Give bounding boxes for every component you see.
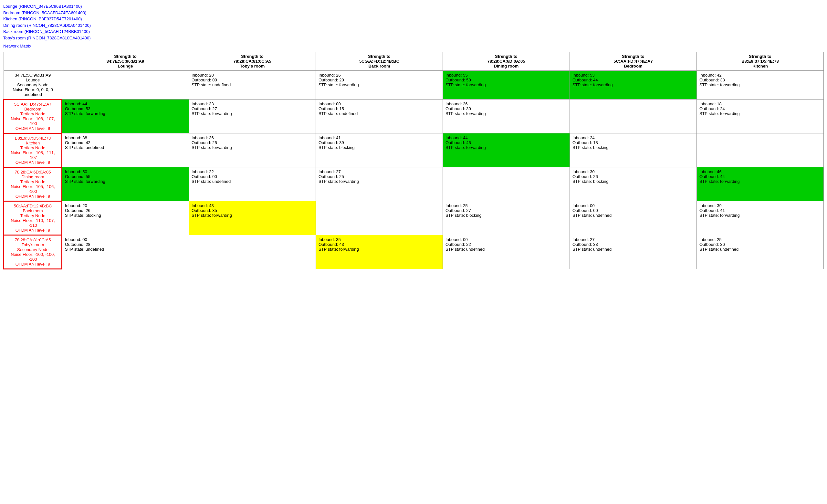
row-header: 78:28:CA:81:0C:A5Toby's roomSecondary No…	[4, 235, 62, 269]
data-cell: Inbound: 25Outbound: 27STP state: blocki…	[443, 201, 570, 235]
data-cell: Inbound: 24Outbound: 18STP state: blocki…	[570, 134, 697, 167]
data-cell: Inbound: 44Outbound: 53STP state: forwar…	[62, 100, 189, 134]
data-cell: Inbound: 27Outbound: 25STP state: forwar…	[316, 167, 443, 201]
nav-link[interactable]: Kitchen (RINCON_B8E937D54E7201400)	[3, 16, 824, 22]
table-row: 5C:AA:FD:47:4E:A7BedroomTertiary NodeNoi…	[4, 100, 824, 134]
data-cell	[316, 201, 443, 235]
data-cell: Inbound: 28Outbound: 00STP state: undefi…	[189, 71, 316, 100]
data-cell: Inbound: 20Outbound: 26STP state: blocki…	[62, 201, 189, 235]
network-matrix-table: Strength to34:7E:5C:96:B1:A9Lounge Stren…	[3, 52, 824, 269]
header-tobys: Strength to78:28:CA:81:0C:A5Toby's room	[189, 52, 316, 71]
data-cell	[697, 134, 824, 167]
data-cell: Inbound: 36Outbound: 25STP state: forwar…	[189, 134, 316, 167]
row-header: 78:28:CA:6D:0A:05Dining roomTertiary Nod…	[4, 167, 62, 201]
data-cell: Inbound: 44Outbound: 46STP state: forwar…	[443, 134, 570, 167]
nav-link[interactable]: Dining room (RINCON_7828CA6D0A0401400)	[3, 22, 824, 29]
data-cell: Inbound: 22Outbound: 00STP state: undefi…	[189, 167, 316, 201]
data-cell: Inbound: 46Outbound: 44STP state: forwar…	[697, 167, 824, 201]
network-matrix-link[interactable]: Network Matrix	[3, 44, 824, 48]
data-cell: Inbound: 00Outbound: 00STP state: undefi…	[570, 201, 697, 235]
data-cell: Inbound: 38Outbound: 42STP state: undefi…	[62, 134, 189, 167]
data-cell: Inbound: 43Outbound: 35STP state: forwar…	[189, 201, 316, 235]
data-cell: Inbound: 42Outbound: 38STP state: forwar…	[697, 71, 824, 100]
header-lounge: Strength to34:7E:5C:96:B1:A9Lounge	[62, 52, 189, 71]
header-backroom: Strength to5C:AA:FD:12:4B:BCBack room	[316, 52, 443, 71]
data-cell: Inbound: 26Outbound: 20STP state: forwar…	[316, 71, 443, 100]
data-cell: Inbound: 35Outbound: 43STP state: forwar…	[316, 235, 443, 269]
data-cell	[189, 235, 316, 269]
table-header-row: Strength to34:7E:5C:96:B1:A9Lounge Stren…	[4, 52, 824, 71]
header-empty	[4, 52, 62, 71]
data-cell	[62, 71, 189, 100]
data-cell: Inbound: 55Outbound: 50STP state: forwar…	[443, 71, 570, 100]
nav-link[interactable]: Lounge (RINCON_347E5C96B1A801400)	[3, 3, 824, 10]
data-cell: Inbound: 50Outbound: 55STP state: forwar…	[62, 167, 189, 201]
table-row: 78:28:CA:6D:0A:05Dining roomTertiary Nod…	[4, 167, 824, 201]
row-header: 5C:AA:FD:47:4E:A7BedroomTertiary NodeNoi…	[4, 100, 62, 134]
table-row: B8:E9:37:D5:4E:73KitchenTertiary NodeNoi…	[4, 134, 824, 167]
data-cell: Inbound: 30Outbound: 26STP state: blocki…	[570, 167, 697, 201]
data-cell: Inbound: 00Outbound: 22STP state: undefi…	[443, 235, 570, 269]
navigation-links: Lounge (RINCON_347E5C96B1A801400)Bedroom…	[3, 3, 824, 41]
data-cell: Inbound: 18Outbound: 24STP state: forwar…	[697, 100, 824, 134]
data-cell	[443, 167, 570, 201]
data-cell: Inbound: 25Outbound: 36STP state: undefi…	[697, 235, 824, 269]
header-bedroom: Strength to5C:AA:FD:47:4E:A7Bedroom	[570, 52, 697, 71]
nav-link[interactable]: Toby's room (RINCON_7828CA810CA401400)	[3, 35, 824, 41]
data-cell: Inbound: 33Outbound: 27STP state: forwar…	[189, 100, 316, 134]
nav-link[interactable]: Back room (RINCON_5CAAFD124BBB01400)	[3, 29, 824, 35]
data-cell: Inbound: 53Outbound: 44STP state: forwar…	[570, 71, 697, 100]
data-cell: Inbound: 41Outbound: 39STP state: blocki…	[316, 134, 443, 167]
table-row: 5C:AA:FD:12:4B:BCBack roomTertiary NodeN…	[4, 201, 824, 235]
data-cell: Inbound: 27Outbound: 33STP state: undefi…	[570, 235, 697, 269]
nav-link[interactable]: Bedroom (RINCON_5CAAFD474EA601400)	[3, 10, 824, 16]
row-header: B8:E9:37:D5:4E:73KitchenTertiary NodeNoi…	[4, 134, 62, 167]
data-cell: Inbound: 39Outbound: 41STP state: forwar…	[697, 201, 824, 235]
header-diningroom: Strength to78:28:CA:6D:0A:05Dining room	[443, 52, 570, 71]
data-cell: Inbound: 26Outbound: 30STP state: forwar…	[443, 100, 570, 134]
data-cell: Inbound: 00Outbound: 28STP state: undefi…	[62, 235, 189, 269]
row-header: 5C:AA:FD:12:4B:BCBack roomTertiary NodeN…	[4, 201, 62, 235]
table-row: 78:28:CA:81:0C:A5Toby's roomSecondary No…	[4, 235, 824, 269]
table-row: 34:7E:5C:96:B1:A9LoungeSecondary NodeNoi…	[4, 71, 824, 100]
data-cell: Inbound: 00Outbound: 15STP state: undefi…	[316, 100, 443, 134]
header-kitchen: Strength toB8:E9:37:D5:4E:73Kitchen	[697, 52, 824, 71]
data-cell	[570, 100, 697, 134]
row-header: 34:7E:5C:96:B1:A9LoungeSecondary NodeNoi…	[4, 71, 62, 100]
